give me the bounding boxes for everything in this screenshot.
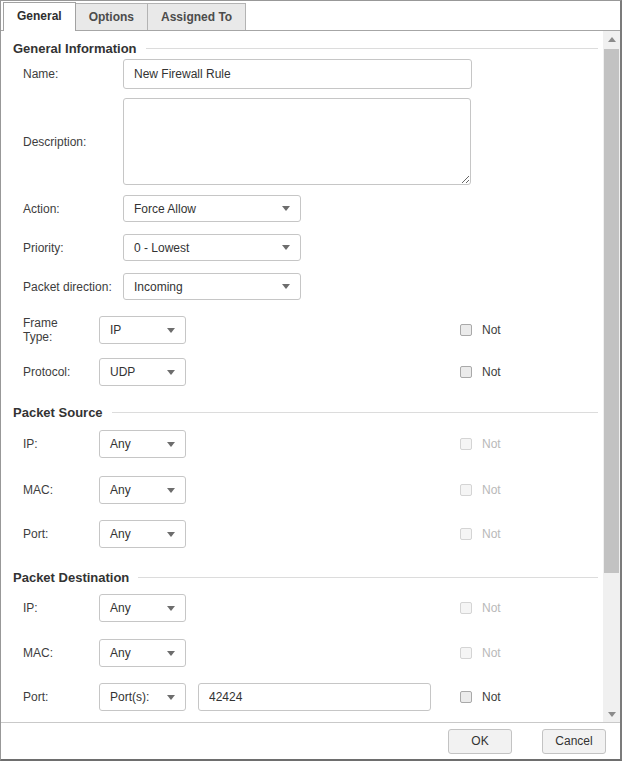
destination-port-row: Port: Port(s): Not bbox=[1, 683, 603, 711]
destination-mac-value: Any bbox=[110, 646, 131, 660]
destination-ip-not-label: Not bbox=[482, 601, 501, 615]
section-title: General Information bbox=[13, 41, 137, 56]
packet-direction-select[interactable]: Incoming bbox=[123, 273, 301, 300]
source-port-not-checkbox bbox=[460, 528, 472, 540]
section-title: Packet Source bbox=[13, 405, 103, 420]
priority-value: 0 - Lowest bbox=[134, 241, 189, 255]
section-heading-general-information: General Information bbox=[1, 41, 603, 56]
frame-type-not-label: Not bbox=[482, 323, 501, 337]
priority-label: Priority: bbox=[23, 241, 123, 255]
source-port-label: Port: bbox=[23, 527, 99, 541]
source-mac-row: MAC: Any Not bbox=[1, 476, 603, 504]
name-label: Name: bbox=[23, 67, 123, 81]
scroll-down-icon bbox=[608, 712, 616, 717]
chevron-down-icon bbox=[167, 606, 175, 611]
destination-mac-select[interactable]: Any bbox=[99, 639, 186, 667]
packet-direction-value: Incoming bbox=[134, 280, 183, 294]
source-ip-not-checkbox bbox=[460, 438, 472, 450]
firewall-rule-dialog: General Options Assigned To General Info… bbox=[0, 0, 622, 761]
priority-row: Priority: 0 - Lowest bbox=[1, 234, 603, 261]
action-row: Action: Force Allow bbox=[1, 195, 603, 222]
destination-port-label: Port: bbox=[23, 690, 99, 704]
destination-mac-not-checkbox bbox=[460, 647, 472, 659]
source-ip-not-label: Not bbox=[482, 437, 501, 451]
protocol-not-checkbox[interactable] bbox=[460, 366, 472, 378]
source-mac-value: Any bbox=[110, 483, 131, 497]
description-label: Description: bbox=[23, 135, 123, 149]
destination-port-not-label: Not bbox=[482, 690, 501, 704]
scrollbar-thumb[interactable] bbox=[604, 49, 619, 573]
frame-type-label: Frame Type: bbox=[23, 316, 99, 344]
tab-bar: General Options Assigned To bbox=[1, 1, 620, 31]
source-mac-not-group: Not bbox=[460, 483, 501, 497]
destination-mac-row: MAC: Any Not bbox=[1, 639, 603, 667]
action-label: Action: bbox=[23, 202, 123, 216]
scroll-up-icon bbox=[608, 37, 616, 42]
cancel-button[interactable]: Cancel bbox=[542, 729, 606, 754]
chevron-down-icon bbox=[167, 651, 175, 656]
scroll-down-button[interactable] bbox=[603, 706, 620, 722]
chevron-down-icon bbox=[282, 245, 290, 250]
destination-port-not-checkbox[interactable] bbox=[460, 691, 472, 703]
destination-mac-not-label: Not bbox=[482, 646, 501, 660]
destination-ip-select[interactable]: Any bbox=[99, 594, 186, 622]
frame-type-not-group: Not bbox=[460, 323, 501, 337]
destination-ip-not-group: Not bbox=[460, 601, 501, 615]
dialog-body: General Information Name: Description: A… bbox=[1, 31, 620, 722]
source-port-not-group: Not bbox=[460, 527, 501, 541]
section-heading-packet-source: Packet Source bbox=[1, 405, 603, 420]
chevron-down-icon bbox=[167, 695, 175, 700]
destination-ip-label: IP: bbox=[23, 601, 99, 615]
source-mac-label: MAC: bbox=[23, 483, 99, 497]
chevron-down-icon bbox=[167, 442, 175, 447]
action-select[interactable]: Force Allow bbox=[123, 195, 301, 222]
description-input[interactable] bbox=[123, 98, 471, 185]
dialog-footer: OK Cancel bbox=[1, 722, 620, 759]
source-port-value: Any bbox=[110, 527, 131, 541]
source-ip-select[interactable]: Any bbox=[99, 430, 186, 458]
source-mac-select[interactable]: Any bbox=[99, 476, 186, 504]
chevron-down-icon bbox=[167, 328, 175, 333]
destination-ip-value: Any bbox=[110, 601, 131, 615]
name-input[interactable] bbox=[123, 59, 472, 89]
chevron-down-icon bbox=[167, 488, 175, 493]
tab-options[interactable]: Options bbox=[75, 3, 148, 30]
section-title: Packet Destination bbox=[13, 570, 129, 585]
source-ip-row: IP: Any Not bbox=[1, 430, 603, 458]
frame-type-select[interactable]: IP bbox=[99, 316, 186, 344]
destination-mac-not-group: Not bbox=[460, 646, 501, 660]
protocol-not-group: Not bbox=[460, 365, 501, 379]
description-row: Description: bbox=[1, 98, 603, 185]
priority-select[interactable]: 0 - Lowest bbox=[123, 234, 301, 261]
tab-general[interactable]: General bbox=[3, 2, 76, 31]
vertical-scrollbar[interactable] bbox=[603, 31, 620, 722]
ok-button[interactable]: OK bbox=[448, 729, 512, 754]
source-ip-not-group: Not bbox=[460, 437, 501, 451]
heading-rule bbox=[138, 577, 598, 578]
source-port-row: Port: Any Not bbox=[1, 520, 603, 548]
form-content: General Information Name: Description: A… bbox=[1, 31, 603, 722]
protocol-select[interactable]: UDP bbox=[99, 358, 186, 386]
tab-assigned-to[interactable]: Assigned To bbox=[147, 3, 246, 30]
protocol-row: Protocol: UDP Not bbox=[1, 358, 603, 386]
scroll-up-button[interactable] bbox=[603, 31, 620, 47]
chevron-down-icon bbox=[167, 532, 175, 537]
source-mac-not-checkbox bbox=[460, 484, 472, 496]
protocol-value: UDP bbox=[110, 365, 135, 379]
heading-rule bbox=[146, 48, 598, 49]
source-port-select[interactable]: Any bbox=[99, 520, 186, 548]
name-row: Name: bbox=[1, 59, 603, 89]
source-port-not-label: Not bbox=[482, 527, 501, 541]
chevron-down-icon bbox=[282, 284, 290, 289]
protocol-label: Protocol: bbox=[23, 365, 99, 379]
chevron-down-icon bbox=[167, 370, 175, 375]
destination-port-input[interactable] bbox=[198, 683, 431, 711]
packet-direction-row: Packet direction: Incoming bbox=[1, 273, 603, 300]
source-mac-not-label: Not bbox=[482, 483, 501, 497]
destination-ip-row: IP: Any Not bbox=[1, 594, 603, 622]
frame-type-not-checkbox[interactable] bbox=[460, 324, 472, 336]
frame-type-row: Frame Type: IP Not bbox=[1, 315, 603, 345]
destination-mac-label: MAC: bbox=[23, 646, 99, 660]
destination-port-select[interactable]: Port(s): bbox=[99, 683, 186, 711]
section-heading-packet-destination: Packet Destination bbox=[1, 570, 603, 585]
